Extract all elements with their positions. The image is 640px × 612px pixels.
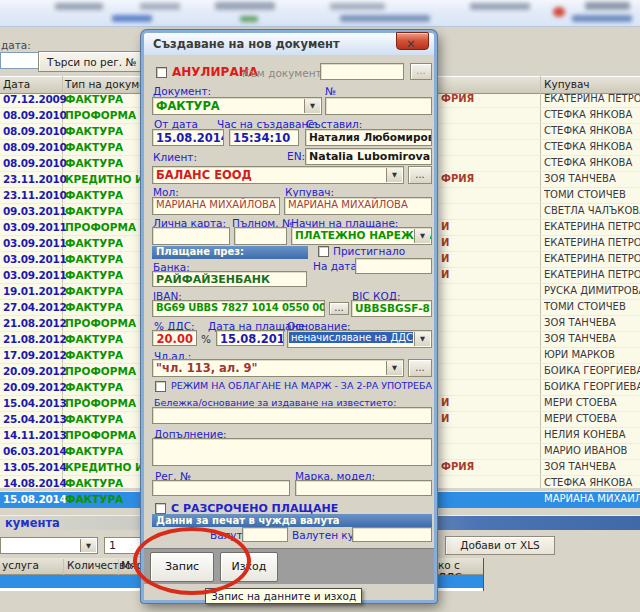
dialog-body: АНУЛИРАНА Към документ № ... Документ: №… [144, 55, 434, 600]
add-from-xls-button[interactable]: Добави от XLS [445, 536, 555, 555]
dialog-titlebar[interactable]: Създаване на нов документ ✕ [144, 33, 434, 56]
cell-date: 21.08.2012 [3, 317, 60, 329]
to-document-field[interactable] [320, 63, 404, 80]
chevron-down-icon[interactable]: ▼ [386, 168, 402, 182]
reg-number-field[interactable] [152, 480, 290, 496]
cell-partial-text: И [441, 269, 449, 280]
blurred-background-strip [0, 0, 640, 27]
author-field[interactable]: Наталия Любомирова [305, 129, 432, 146]
items-column-service[interactable]: услуга [2, 559, 39, 571]
cell-date: 06.03.2014 [3, 445, 60, 457]
article-value: "чл. 113, ал. 9" [156, 361, 258, 375]
chevron-down-icon[interactable]: ▼ [80, 539, 96, 552]
mol-field[interactable]: МАРИАНА МИХАЙЛОВА [152, 197, 280, 215]
article-browse-button[interactable]: ... [408, 359, 432, 377]
to-document-browse-button[interactable]: ... [410, 63, 432, 80]
cell-buyer: МАРИО ИВАНОВ [544, 445, 640, 456]
creation-time-field[interactable]: 15:34:10 [229, 129, 299, 146]
cell-buyer: ЗОЯ ТАНЧЕВА [544, 317, 640, 328]
iban-field[interactable]: BG69 UBBS 7827 1014 0550 00 [152, 300, 325, 317]
blur-artifact [215, 2, 275, 10]
chevron-down-icon[interactable]: ▼ [304, 99, 320, 113]
cell-date: 07.12.2009 [3, 93, 60, 105]
blur-artifact [470, 3, 530, 10]
installment-checkbox[interactable] [155, 503, 166, 514]
cell-buyer: ЗОЯ ТАНЧЕВА [544, 461, 640, 472]
from-date-field[interactable]: 15.08.2014 [152, 129, 224, 146]
document-type-value: ФАКТУРА [156, 99, 220, 113]
cell-date: 15.04.2013 [3, 397, 60, 409]
cell-buyer: ЮРИ МАРКОВ [544, 349, 640, 360]
margin-regime-label: РЕЖИМ НА ОБЛАГАНЕ НА МАРЖ - ЗА 2-РА УПОТ… [171, 380, 432, 391]
cell-buyer: БОЙКА ГЕОРГИЕВА [544, 381, 640, 392]
cell-date: 21.08.2012 [3, 333, 60, 345]
addition-field[interactable] [152, 438, 432, 466]
on-date-field[interactable] [355, 258, 432, 274]
cell-buyer: ТОМИ СТОЙЧЕВ [544, 301, 640, 312]
item-combobox[interactable]: ▼ [0, 537, 98, 554]
document-number-field[interactable] [325, 97, 432, 115]
cell-date: 03.09.2011 [3, 269, 60, 281]
client-value: БАЛАНС ЕООД [156, 168, 252, 182]
document-type-combobox[interactable]: ФАКТУРА ▼ [152, 97, 322, 115]
chevron-down-icon[interactable]: ▼ [414, 229, 430, 243]
cell-date: 08.09.2010 [3, 157, 60, 169]
cell-date: 15.08.2014 [3, 493, 60, 505]
cell-buyer: ЗОЯ ТАНЧЕВА [544, 173, 640, 184]
bic-field[interactable]: UBBSBGSF-8 [351, 300, 432, 317]
cell-buyer: ЕКАТЕРИНА ПЕТРОВА [544, 269, 640, 280]
column-header-buyer[interactable]: Купувач [544, 78, 590, 90]
number-label: № [325, 85, 336, 97]
chevron-down-icon[interactable]: ▼ [414, 332, 430, 346]
cell-date: 20.09.2012 [3, 365, 60, 377]
buyer-field[interactable]: МАРИАНА МИХАЙЛОВА [284, 197, 432, 215]
new-document-dialog: Създаване на нов документ ✕ АНУЛИРАНА Къ… [141, 30, 437, 603]
payment-via-header: Плащане през: [152, 246, 308, 259]
payment-method-combobox[interactable]: ПЛАТЕЖНО НАРЕЖДА ▼ [291, 227, 432, 245]
payment-method-value: ПЛАТЕЖНО НАРЕЖДА [295, 229, 431, 241]
model-field[interactable] [295, 480, 432, 496]
client-label: Клиент: [153, 151, 197, 163]
search-by-reg-button[interactable]: Търси по рег. № и [38, 51, 146, 72]
chevron-down-icon[interactable]: ▼ [386, 361, 402, 375]
en-name-field[interactable]: Natalia Lubomirova [305, 148, 432, 165]
annulled-checkbox[interactable] [156, 67, 167, 78]
date-filter-label: дата: [1, 39, 31, 51]
cell-buyer: СТЕФКА ЯНКОВА [544, 109, 640, 120]
bank-field[interactable]: РАЙФАЙЗЕНБАНК [152, 271, 307, 287]
cell-date: 08.09.2010 [3, 141, 60, 153]
arrived-checkbox[interactable] [318, 246, 329, 257]
cell-date: 03.09.2011 [3, 253, 60, 265]
cell-date: 14.08.2014 [3, 477, 60, 489]
currency-field[interactable] [242, 527, 288, 542]
on-date-label: На дата: [313, 260, 360, 272]
reason-combobox[interactable]: неначисляване на ДДС ▼ [287, 330, 432, 348]
cell-date: 17.09.2012 [3, 349, 60, 361]
cell-date: 23.11.2010 [3, 189, 60, 201]
cell-buyer: ЕКАТЕРИНА ПЕТРОВА [544, 221, 640, 232]
vat-percent-field[interactable]: 20.00 [152, 330, 197, 346]
section-header-label: кумента [5, 516, 60, 530]
percent-sign: % [201, 333, 211, 345]
article-combobox[interactable]: "чл. 113, ал. 9" ▼ [152, 359, 404, 377]
note-field[interactable] [152, 407, 432, 424]
column-header-date[interactable]: Дата [3, 78, 30, 90]
cell-partial-text: ФРИЯ [441, 461, 474, 472]
annotation-ellipse [133, 527, 251, 595]
proxy-number-field[interactable] [234, 227, 287, 245]
rate-field[interactable] [352, 527, 432, 542]
iban-browse-button[interactable]: ... [329, 302, 349, 315]
close-button[interactable]: ✕ [396, 32, 429, 50]
dialog-title: Създаване на нов документ [153, 37, 340, 51]
margin-regime-checkbox[interactable] [155, 381, 166, 392]
pay-date-field[interactable]: 15.08.2014 [216, 330, 284, 346]
column-divider [118, 559, 119, 575]
cell-partial-text: И [441, 221, 449, 232]
client-combobox[interactable]: БАЛАНС ЕООД ▼ [152, 166, 404, 184]
cell-date: 19.01.2012 [3, 285, 60, 297]
cell-partial-text: И [441, 397, 449, 408]
client-browse-button[interactable]: ... [408, 166, 432, 184]
cell-date: 25.04.2013 [3, 413, 60, 425]
blur-artifact [240, 16, 258, 22]
id-card-field[interactable] [152, 227, 230, 245]
